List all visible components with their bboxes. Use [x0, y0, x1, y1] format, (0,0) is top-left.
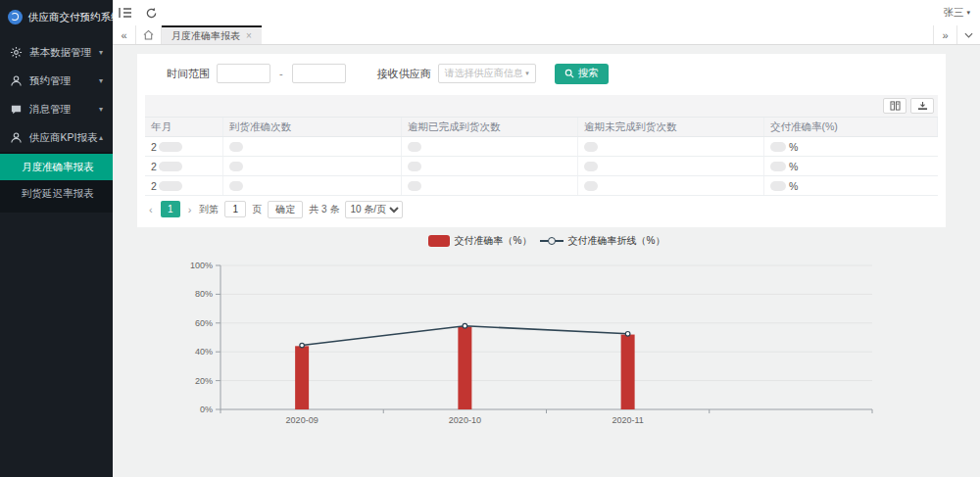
svg-text:60%: 60%	[195, 318, 213, 328]
table-header-row: 年月 到货准确次数 逾期已完成到货次数 逾期未完成到货次数 交付准确率(%)	[145, 117, 938, 137]
tabs-scroll-right-icon[interactable]: »	[933, 25, 956, 44]
app-window: 供应商交付预约系统 基本数据管理 ▾ 预约管理 ▾ 消息	[0, 0, 980, 477]
kpi-table: 年月 到货准确次数 逾期已完成到货次数 逾期未完成到货次数 交付准确率(%) 2…	[145, 95, 938, 219]
redacted-value	[584, 181, 598, 191]
svg-text:100%: 100%	[190, 261, 213, 270]
column-header: 年月	[145, 118, 223, 136]
column-header: 逾期已完成到货次数	[402, 118, 578, 136]
redacted-value	[229, 162, 243, 171]
tabs-menu-icon[interactable]	[956, 25, 980, 44]
year-month-prefix: 2	[151, 141, 157, 153]
redacted-value	[229, 142, 243, 152]
search-icon	[564, 69, 574, 78]
app-logo-icon	[8, 10, 23, 24]
redacted-value	[584, 162, 598, 171]
report-card: 时间范围 - 接收供应商 请选择供应商信息 ▾ 搜索	[137, 54, 946, 227]
close-icon[interactable]: ×	[246, 30, 252, 41]
page-number-button[interactable]: 1	[161, 201, 180, 217]
year-month-prefix: 2	[151, 180, 157, 192]
redacted-value	[408, 162, 421, 171]
date-from-input[interactable]	[217, 64, 270, 83]
sidebar: 供应商交付预约系统 基本数据管理 ▾ 预约管理 ▾ 消息	[0, 0, 113, 477]
sidebar-item-monthly-accuracy-report[interactable]: 月度准确率报表	[0, 154, 113, 180]
user-menu[interactable]: 张三 ▾	[943, 6, 980, 20]
chevron-down-icon: ▾	[966, 9, 970, 17]
percent-suffix: %	[789, 180, 798, 192]
chevron-down-icon: ▾	[99, 76, 103, 85]
app-logo-row: 供应商交付预约系统	[0, 0, 113, 30]
main-content: 时间范围 - 接收供应商 请选择供应商信息 ▾ 搜索	[113, 45, 980, 477]
confirm-button[interactable]: 确定	[268, 201, 303, 218]
sidebar-menu: 基本数据管理 ▾ 预约管理 ▾ 消息管理 ▾	[0, 38, 113, 213]
svg-text:0%: 0%	[200, 405, 213, 414]
redacted-value	[408, 142, 421, 152]
supplier-select[interactable]: 请选择供应商信息 ▾	[438, 64, 536, 83]
next-page-icon[interactable]: ›	[186, 204, 194, 215]
search-button[interactable]: 搜索	[555, 64, 609, 84]
sidebar-fold-icon[interactable]	[113, 0, 138, 25]
page-word: 页	[252, 203, 262, 216]
filter-bar: 时间范围 - 接收供应商 请选择供应商信息 ▾ 搜索	[137, 54, 946, 93]
home-icon[interactable]	[136, 25, 162, 44]
chevron-up-icon: ▴	[99, 133, 103, 142]
redacted-value	[770, 181, 786, 191]
user-icon	[10, 131, 23, 144]
percent-suffix: %	[789, 161, 798, 172]
table-row: 2 %	[145, 137, 938, 157]
user-name: 张三	[943, 6, 963, 20]
sidebar-item-label: 供应商KPI报表	[29, 131, 99, 145]
redacted-value	[584, 142, 598, 152]
goto-label: 到第	[199, 203, 219, 216]
svg-text:40%: 40%	[195, 347, 213, 357]
accuracy-chart: 0%20%40%60%80%100%2020-092020-102020-11	[113, 246, 980, 476]
sidebar-item-reservation[interactable]: 预约管理 ▾	[0, 67, 113, 95]
table-toolbar	[145, 95, 938, 117]
range-separator: -	[277, 68, 285, 79]
column-header: 到货准确次数	[223, 118, 402, 136]
svg-text:80%: 80%	[195, 289, 213, 299]
tabs-scroll-left-icon[interactable]: «	[113, 25, 136, 44]
tab-monthly-accuracy-report[interactable]: 月度准确率报表 ×	[162, 25, 262, 44]
sidebar-item-label: 基本数据管理	[29, 46, 99, 60]
goto-page-input[interactable]	[224, 201, 246, 217]
redacted-value	[770, 162, 786, 171]
chevron-down-icon: ▾	[99, 105, 103, 114]
chevron-down-icon: ▾	[525, 70, 529, 77]
search-button-label: 搜索	[578, 67, 599, 80]
column-header: 逾期未完成到货次数	[578, 118, 764, 136]
page-size-select[interactable]: 10 条/页	[345, 201, 403, 218]
total-count: 共 3 条	[309, 203, 339, 216]
refresh-icon[interactable]	[138, 0, 164, 25]
sidebar-item-label: 消息管理	[29, 103, 99, 117]
gear-icon	[10, 46, 23, 59]
sidebar-item-message[interactable]: 消息管理 ▾	[0, 95, 113, 123]
svg-text:2020-09: 2020-09	[286, 415, 318, 425]
message-icon	[10, 103, 23, 116]
tab-label: 月度准确率报表	[172, 29, 240, 43]
redacted-value	[770, 142, 786, 152]
sidebar-submenu: 月度准确率报表 到货延迟率报表	[0, 152, 113, 213]
redacted-value	[408, 181, 421, 191]
user-icon	[10, 74, 23, 87]
tab-bar: « 月度准确率报表 × »	[113, 25, 980, 45]
column-header: 交付准确率(%)	[764, 118, 938, 136]
year-month-prefix: 2	[151, 161, 157, 172]
export-icon[interactable]	[910, 98, 934, 114]
svg-text:2020-10: 2020-10	[449, 415, 481, 425]
redacted-value	[159, 142, 182, 152]
supplier-select-placeholder: 请选择供应商信息	[445, 67, 523, 80]
redacted-value	[229, 181, 243, 191]
chevron-down-icon: ▾	[99, 48, 103, 57]
svg-text:20%: 20%	[195, 376, 213, 386]
date-to-input[interactable]	[292, 64, 346, 83]
prev-page-icon[interactable]: ‹	[147, 204, 155, 215]
supplier-label: 接收供应商	[377, 67, 431, 81]
date-range-label: 时间范围	[167, 67, 210, 81]
sidebar-item-basic-data[interactable]: 基本数据管理 ▾	[0, 38, 113, 67]
table-row: 2 %	[145, 157, 938, 176]
sidebar-item-delivery-delay-report[interactable]: 到货延迟率报表	[0, 180, 113, 207]
app-title: 供应商交付预约系统	[28, 11, 122, 24]
columns-icon[interactable]	[883, 98, 906, 114]
table-row: 2 %	[145, 176, 938, 196]
sidebar-item-kpi-report[interactable]: 供应商KPI报表 ▴	[0, 123, 113, 152]
